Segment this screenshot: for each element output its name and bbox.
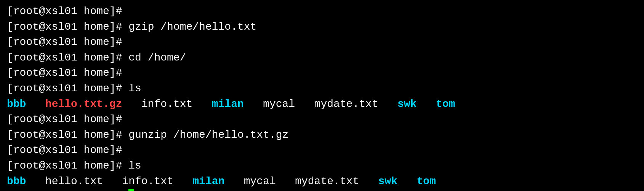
prompt: [root@xsl01 home]# bbox=[7, 4, 128, 19]
prompt: [root@xsl01 home]# bbox=[7, 143, 128, 158]
terminal-line: [root@xsl01 home]# bbox=[7, 112, 637, 127]
terminal-line-cursor: [root@xsl01 home]# bbox=[7, 189, 637, 191]
command: ls bbox=[128, 158, 141, 174]
prompt: [root@xsl01 home]# bbox=[7, 50, 128, 66]
ls-separator: info.txt bbox=[122, 97, 211, 112]
command: gunzip /home/hello.txt.gz bbox=[128, 127, 288, 143]
ls-separator bbox=[397, 174, 417, 189]
terminal-line: [root@xsl01 home]# cd /home/ bbox=[7, 50, 637, 66]
ls-item-tom: tom bbox=[417, 174, 436, 189]
cursor bbox=[128, 189, 134, 191]
prompt: [root@xsl01 home]# bbox=[7, 189, 128, 191]
terminal-line: [root@xsl01 home]# ls bbox=[7, 81, 637, 97]
terminal-line: [root@xsl01 home]# gunzip /home/hello.tx… bbox=[7, 127, 637, 143]
ls-item-milan: milan bbox=[212, 97, 244, 112]
prompt: [root@xsl01 home]# bbox=[7, 112, 128, 127]
command: cd /home/ bbox=[128, 50, 186, 66]
terminal-container: [root@xsl01 home]# [root@xsl01 home]# gz… bbox=[7, 4, 637, 191]
ls-separator: hello.txt info.txt bbox=[26, 174, 192, 189]
ls-item-swk: swk bbox=[378, 174, 397, 189]
ls-output-1: bbb hello.txt.gz info.txt milan mycal my… bbox=[7, 97, 637, 112]
ls-separator: mycal mydate.txt bbox=[224, 174, 378, 189]
terminal-line: [root@xsl01 home]# gzip /home/hello.txt bbox=[7, 19, 637, 35]
ls-separator bbox=[417, 97, 436, 112]
terminal-line: [root@xsl01 home]# bbox=[7, 65, 637, 81]
prompt: [root@xsl01 home]# bbox=[7, 19, 128, 35]
prompt: [root@xsl01 home]# bbox=[7, 158, 128, 174]
prompt: [root@xsl01 home]# bbox=[7, 127, 128, 143]
ls-item-bbb: bbb bbox=[7, 174, 26, 189]
ls-item-milan: milan bbox=[192, 174, 224, 189]
command: gzip /home/hello.txt bbox=[128, 19, 256, 35]
command: ls bbox=[128, 81, 141, 97]
ls-item-hello-gz: hello.txt.gz bbox=[45, 97, 122, 112]
ls-item-bbb: bbb bbox=[7, 97, 26, 112]
ls-separator bbox=[26, 97, 45, 112]
ls-item-tom: tom bbox=[436, 97, 455, 112]
ls-item-swk: swk bbox=[397, 97, 417, 112]
terminal-line: [root@xsl01 home]# bbox=[7, 4, 637, 19]
prompt: [root@xsl01 home]# bbox=[7, 81, 128, 97]
terminal-line: [root@xsl01 home]# bbox=[7, 143, 637, 158]
prompt: [root@xsl01 home]# bbox=[7, 35, 128, 50]
prompt: [root@xsl01 home]# bbox=[7, 65, 128, 81]
terminal-line: [root@xsl01 home]# bbox=[7, 35, 637, 50]
ls-output-2: bbb hello.txt info.txt milan mycal mydat… bbox=[7, 174, 637, 189]
terminal-line: [root@xsl01 home]# ls bbox=[7, 158, 637, 174]
ls-separator: mycal mydate.txt bbox=[244, 97, 397, 112]
